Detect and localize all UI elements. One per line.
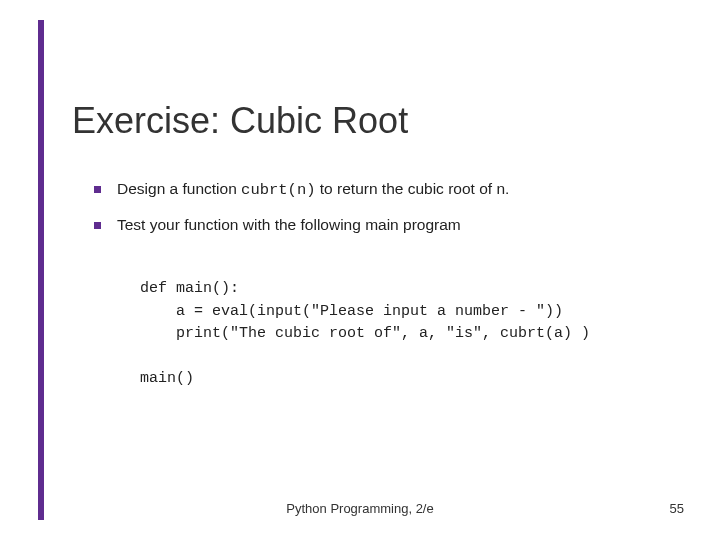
- bullet-text: Design a function cubrt(n) to return the…: [117, 178, 509, 202]
- code-block: def main(): a = eval(input("Please input…: [140, 278, 590, 391]
- footer-center: Python Programming, 2/e: [0, 501, 720, 516]
- list-item: Test your function with the following ma…: [94, 214, 654, 238]
- page-number: 55: [670, 501, 684, 516]
- bullet-code: cubrt(n): [241, 181, 315, 199]
- bullet-list: Design a function cubrt(n) to return the…: [94, 178, 654, 249]
- bullet-icon: [94, 186, 101, 193]
- accent-bar: [38, 20, 44, 520]
- slide: Exercise: Cubic Root Design a function c…: [0, 0, 720, 540]
- slide-title: Exercise: Cubic Root: [72, 100, 408, 142]
- bullet-pre: Design a function: [117, 180, 241, 197]
- bullet-pre: Test your function with the following ma…: [117, 216, 461, 233]
- bullet-icon: [94, 222, 101, 229]
- bullet-text: Test your function with the following ma…: [117, 214, 461, 238]
- list-item: Design a function cubrt(n) to return the…: [94, 178, 654, 202]
- bullet-post: to return the cubic root of n.: [316, 180, 510, 197]
